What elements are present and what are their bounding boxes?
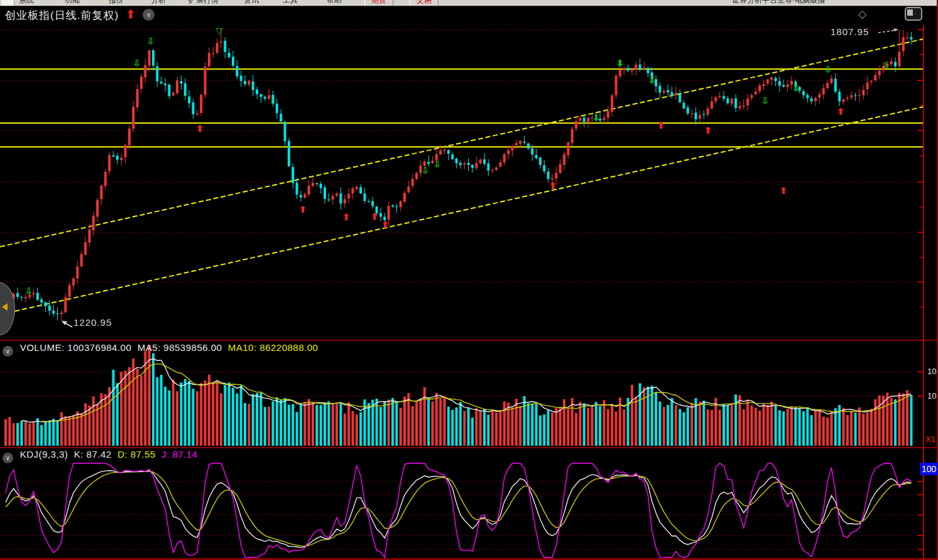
volume-bar xyxy=(92,396,95,446)
chevron-down-icon[interactable]: ∨ xyxy=(3,453,13,463)
candle-body xyxy=(898,51,900,66)
volume-bar xyxy=(690,403,693,446)
candle-body xyxy=(180,81,182,83)
candle-body xyxy=(444,149,446,151)
volume-bar xyxy=(184,379,187,446)
volume-bar xyxy=(723,404,725,446)
volume-bar xyxy=(770,402,773,446)
candle-body xyxy=(854,95,857,96)
volume-bar xyxy=(116,383,119,446)
panel-separator xyxy=(0,340,938,341)
candle-body xyxy=(184,83,187,96)
candle-body xyxy=(802,91,805,95)
volume-bar xyxy=(395,402,398,446)
candle-body xyxy=(284,122,286,141)
diagonal-trendline xyxy=(0,107,924,315)
candle-body xyxy=(487,163,489,170)
volume-bar xyxy=(180,382,182,446)
candle-body xyxy=(144,65,146,78)
volume-bar xyxy=(388,399,390,446)
volume-bar xyxy=(555,408,557,446)
volume-bar xyxy=(28,424,31,446)
volume-bar xyxy=(643,387,645,446)
candle-body xyxy=(196,114,199,115)
volume-bar xyxy=(264,407,266,446)
volume-bar xyxy=(475,408,477,446)
candle-body xyxy=(806,95,809,98)
candle-body xyxy=(76,267,79,279)
volume-bar xyxy=(763,404,765,446)
candle-body xyxy=(611,95,613,112)
candle-body xyxy=(890,61,893,64)
candle-body xyxy=(388,206,390,220)
candle-body xyxy=(615,75,618,95)
volume-bar xyxy=(790,406,793,446)
candle-body xyxy=(172,93,175,95)
candle-body xyxy=(232,57,234,65)
buy-arrow-icon: ⬆ xyxy=(657,120,665,131)
candle-body xyxy=(702,114,705,115)
candle-body xyxy=(152,50,155,66)
volume-bar xyxy=(16,423,19,446)
candle-body xyxy=(826,83,829,88)
volume-bar xyxy=(511,407,513,446)
volume-bar xyxy=(683,412,685,446)
volume-bar xyxy=(292,404,294,446)
candle-body xyxy=(112,155,114,156)
volume-bar xyxy=(794,407,797,446)
volume-bar xyxy=(503,401,506,446)
candle-body xyxy=(523,142,526,143)
volume-bar xyxy=(866,412,869,446)
volume-bar xyxy=(547,410,550,446)
volume-bar xyxy=(88,406,90,446)
volume-bar xyxy=(444,396,446,446)
ma5-value: 98539856.00 xyxy=(163,342,222,353)
buy-arrow-icon: ⬆ xyxy=(196,123,204,134)
volume-bar xyxy=(140,375,143,446)
volume-scale-label: X1 xyxy=(925,434,935,444)
candle-body xyxy=(300,195,302,197)
candle-body xyxy=(746,99,749,105)
sell-arrow-icon: ⇩ xyxy=(761,95,770,107)
volume-bar xyxy=(208,375,210,446)
candle-body xyxy=(116,156,119,159)
candle-body xyxy=(20,297,23,298)
volume-bar xyxy=(332,403,334,446)
chevron-down-icon[interactable]: ∨ xyxy=(3,346,13,357)
sell-arrow-icon: ⇩ xyxy=(133,58,141,69)
candle-body xyxy=(667,90,669,92)
volume-bar xyxy=(403,397,406,446)
chart-canvas[interactable]: ⬆⬆⬆⬆⬆⬆⬆⬆⬆⬆⇩⇩⇩⇩⇩⇩⇩⇩⇩⇩⇩⬇▽ xyxy=(0,0,938,560)
volume-bar xyxy=(607,409,609,446)
sell-arrow-icon: ⇩ xyxy=(792,83,800,94)
candle-body xyxy=(168,85,170,96)
candle-body xyxy=(140,77,143,89)
candle-body xyxy=(822,88,825,94)
volume-bar xyxy=(850,411,853,446)
candle-body xyxy=(723,96,725,99)
volume-bar xyxy=(707,409,709,446)
volume-bar xyxy=(670,398,673,446)
volume-bar xyxy=(890,398,893,446)
buy-arrow-icon: ⬆ xyxy=(704,125,712,136)
candle-body xyxy=(603,118,606,120)
candle-body xyxy=(212,53,214,54)
candle-body xyxy=(391,205,394,207)
volume-bar xyxy=(906,390,908,446)
volume-bar xyxy=(870,409,873,446)
volume-bar xyxy=(192,389,194,446)
volume-bar xyxy=(288,405,290,446)
candle-body xyxy=(427,162,430,164)
volume-bar xyxy=(854,412,857,446)
candle-body xyxy=(455,158,458,163)
candle-body xyxy=(256,89,258,94)
candle-body xyxy=(68,285,71,297)
candle-body xyxy=(575,121,577,129)
candle-body xyxy=(515,143,518,145)
candle-body xyxy=(738,106,741,108)
candle-body xyxy=(45,302,47,306)
high-annotation-arrowhead xyxy=(893,28,898,31)
candle-body xyxy=(483,159,486,164)
candle-body xyxy=(658,86,661,93)
candle-body xyxy=(40,299,43,303)
